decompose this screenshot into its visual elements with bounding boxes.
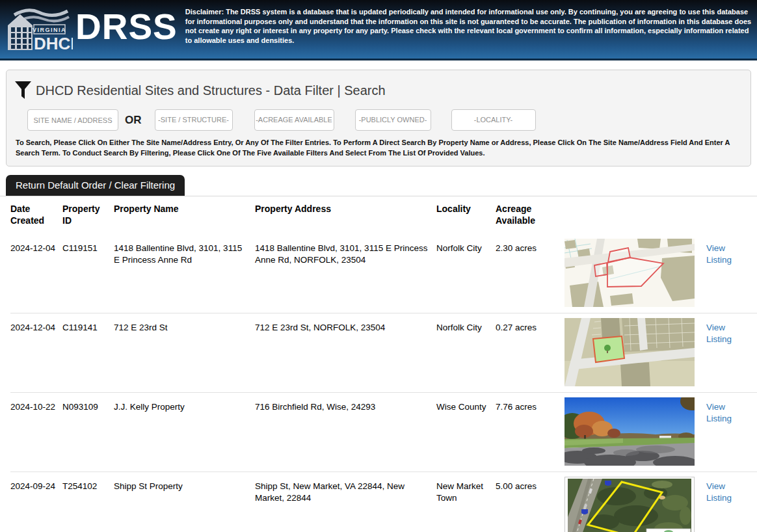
view-listing-link[interactable]: View Listing [706,397,735,424]
locality-cell: Norfolk City [436,318,496,334]
acreage-cell: 0.27 acres [496,318,564,334]
site-name-address-input[interactable] [27,109,118,131]
street-photo-image [564,397,695,466]
date-created-cell: 2024-12-04 [10,239,62,254]
locality-cell: Norfolk City [436,239,496,254]
parcel-map-green-lot-image [564,318,695,386]
date-created-cell: 2024-12-04 [10,318,62,334]
property-address-cell: 712 E 23rd St, NORFOLK, 23504 [255,318,436,334]
locality-cell: Wise County [436,397,496,413]
publicly-owned-filter[interactable]: -PUBLICLY OWNED- [355,109,431,131]
app-title: DRSS [75,9,178,45]
property-name-cell: 712 E 23rd St [114,318,255,334]
filter-instructions: To Search, Please Click On Either The Si… [16,138,743,158]
date-created-cell: 2024-10-22 [10,397,62,413]
parcel-map-red-outlines-image [564,239,695,307]
acreage-cell: 7.76 acres [496,397,564,413]
property-thumbnail[interactable] [564,397,695,466]
view-listing-link[interactable]: View Listing [706,477,735,503]
site-header: VIRGINIA DHCD DRSS Disclaimer: The DRSS … [0,0,757,60]
property-thumbnail[interactable] [564,477,695,532]
property-id-cell: T254102 [62,477,114,492]
aerial-yellow-boundary-image [564,477,695,532]
col-header-acreage-available: Acreage Available [496,196,564,234]
property-name-cell: J.J. Kelly Property [114,397,255,413]
site-structure-filter[interactable]: -SITE / STRUCTURE- [155,109,233,131]
property-id-cell: N093109 [62,397,114,413]
property-name-cell: 1418 Ballentine Blvd, 3101, 3115 E Princ… [114,239,255,265]
table-header-row: Date Created Property ID Property Name P… [10,196,757,234]
table-body: 2024-12-04 C119151 1418 Ballentine Blvd,… [0,234,757,532]
table-row: 2024-12-04 C119151 1418 Ballentine Blvd,… [10,234,757,313]
col-header-date-created: Date Created [10,196,62,234]
acreage-available-filter[interactable]: -ACREAGE AVAILABLE [254,109,334,131]
property-thumbnail[interactable] [564,239,695,307]
acreage-cell: 5.00 acres [496,477,564,492]
col-header-property-address: Property Address [255,196,436,234]
property-address-cell: Shipp St, New Market, VA 22844, New Mark… [255,477,436,503]
filter-panel: DHCD Residential Sites and Structures - … [6,70,751,166]
logo-virginia-text: VIRGINIA [33,27,66,33]
property-thumbnail[interactable] [564,318,695,386]
clear-filtering-button[interactable]: Return Default Order / Clear Filtering [6,175,185,196]
col-header-locality: Locality [436,196,496,234]
results-table: Date Created Property ID Property Name P… [0,196,757,532]
dhcd-logo[interactable]: VIRGINIA DHCD [5,6,73,54]
filter-panel-title: DHCD Residential Sites and Structures - … [36,83,386,98]
property-address-cell: 716 Birchfield Rd, Wise, 24293 [255,397,436,413]
or-label: OR [125,114,142,127]
property-id-cell: C119151 [62,239,114,254]
property-name-cell: Shipp St Property [114,477,255,492]
logo-dhcd-text: DHCD [34,34,73,51]
date-created-cell: 2024-09-24 [10,477,62,492]
acreage-cell: 2.30 acres [496,239,564,254]
view-listing-link[interactable]: View Listing [706,318,735,345]
view-listing-link[interactable]: View Listing [706,239,735,265]
property-id-cell: C119141 [62,318,114,334]
dhcd-house-icon: VIRGINIA DHCD [5,6,73,51]
disclaimer-text: Disclaimer: The DRSS system is a databas… [185,7,752,45]
table-row: 2024-10-22 N093109 J.J. Kelly Property 7… [10,393,757,472]
table-row: 2024-09-24 T254102 Shipp St Property Shi… [10,472,757,532]
locality-cell: New Market Town [436,477,496,503]
table-row: 2024-12-04 C119141 712 E 23rd St 712 E 2… [10,313,757,393]
locality-filter[interactable]: -LOCALITY- [451,109,536,131]
filter-funnel-icon [14,80,32,101]
property-address-cell: 1418 Ballentine Blvd, 3101, 3115 E Princ… [255,239,436,265]
col-header-property-id: Property ID [62,196,114,234]
col-header-property-name: Property Name [114,196,255,234]
